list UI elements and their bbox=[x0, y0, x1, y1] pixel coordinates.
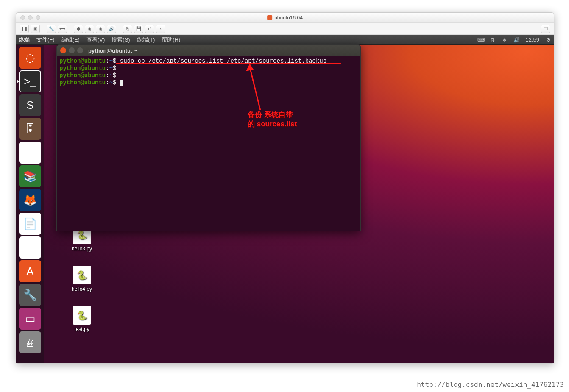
unity-topbar: 终端 文件(F) 编辑(E) 查看(V) 搜索(S) 终端(T) 帮助(H) ⌨… bbox=[16, 35, 554, 45]
sublime-icon[interactable]: S bbox=[19, 94, 41, 116]
host-vm-window: ubuntu16.04 ❚❚ ▣ 🔧 ⟷ ⬢ ◉ ◉ 🔊 ⎘ 💾 ⇄ ‹ ❐ 终… bbox=[16, 12, 554, 364]
terminal-window[interactable]: python@ubuntu: ~ python@ubuntu:~$ sudo c… bbox=[56, 44, 361, 231]
dash-icon[interactable]: ◌ bbox=[19, 47, 41, 69]
clock[interactable]: 12:59 bbox=[525, 36, 539, 43]
calc-icon[interactable]: ▦ bbox=[19, 236, 41, 259]
unity-launcher: ◌>_S🗄◉📚🦊📄▦A🔧▭🖨 bbox=[16, 45, 44, 363]
terminal-icon[interactable]: >_ bbox=[19, 70, 41, 92]
cd2-icon[interactable]: ◉ bbox=[96, 25, 105, 33]
system-tray: ⌨ ⇅ ∗ 🔊 12:59 ⚙ bbox=[478, 36, 551, 43]
network-icon[interactable]: ⇅ bbox=[490, 37, 496, 43]
host-min-icon[interactable] bbox=[28, 15, 33, 20]
menu-file[interactable]: 编辑(E) bbox=[61, 36, 80, 44]
terminal-line: python@ubuntu:~$ bbox=[59, 79, 358, 86]
chrome-icon[interactable]: ◉ bbox=[19, 142, 41, 164]
host-toolbar: ❚❚ ▣ 🔧 ⟷ ⬢ ◉ ◉ 🔊 ⎘ 💾 ⇄ ‹ ❐ bbox=[16, 23, 554, 35]
ubuntu-desktop[interactable]: 终端 文件(F) 编辑(E) 查看(V) 搜索(S) 终端(T) 帮助(H) ⌨… bbox=[16, 35, 554, 363]
close-icon[interactable] bbox=[60, 47, 66, 53]
desktop-file[interactable]: test.py bbox=[67, 306, 97, 332]
wrench-icon[interactable]: 🔧 bbox=[47, 25, 56, 33]
host-close-icon[interactable] bbox=[20, 15, 25, 20]
swap-icon[interactable]: ⇄ bbox=[145, 25, 154, 33]
python-file-icon bbox=[73, 306, 91, 325]
host-titlebar: ubuntu16.04 bbox=[16, 13, 554, 23]
menu-search[interactable]: 终端(T) bbox=[137, 36, 155, 44]
file-label: hello3.py bbox=[67, 246, 97, 252]
terminal-title: python@ubuntu: ~ bbox=[88, 47, 137, 54]
file-label: test.py bbox=[67, 326, 97, 332]
annotation-line2: 的 sources.list bbox=[248, 120, 297, 129]
keyboard-icon[interactable]: ⌨ bbox=[478, 37, 484, 43]
terminal-body[interactable]: python@ubuntu:~$ sudo cp /etc/apt/source… bbox=[57, 56, 360, 88]
menu-view[interactable]: 搜索(S) bbox=[112, 36, 130, 44]
terminal-line: python@ubuntu:~$ bbox=[59, 72, 358, 79]
pause-icon[interactable]: ❚❚ bbox=[20, 25, 29, 33]
maximize-icon[interactable] bbox=[77, 47, 83, 53]
terminal-titlebar[interactable]: python@ubuntu: ~ bbox=[57, 45, 360, 56]
chevron-icon[interactable]: ‹ bbox=[156, 25, 165, 33]
display-icon[interactable]: ▭ bbox=[19, 308, 41, 330]
save-icon[interactable]: 💾 bbox=[134, 25, 143, 33]
vm-screen: 终端 文件(F) 编辑(E) 查看(V) 搜索(S) 终端(T) 帮助(H) ⌨… bbox=[16, 35, 554, 363]
host-title-text: ubuntu16.04 bbox=[274, 15, 303, 21]
usb-icon[interactable]: ⎘ bbox=[123, 25, 132, 33]
python-file-icon bbox=[73, 266, 91, 284]
file-label: hello4.py bbox=[67, 286, 97, 292]
volume-icon[interactable]: 🔊 bbox=[513, 37, 519, 43]
menu-bar: 文件(F) 编辑(E) 查看(V) 搜索(S) 终端(T) 帮助(H) bbox=[36, 36, 187, 44]
firefox-icon[interactable]: 🦊 bbox=[19, 189, 41, 211]
printer-icon[interactable]: 🖨 bbox=[19, 331, 41, 353]
terminal-line: python@ubuntu:~$ bbox=[59, 65, 358, 72]
resize-icon[interactable]: ⟷ bbox=[58, 25, 67, 33]
host-max-icon[interactable] bbox=[36, 15, 40, 20]
sound-icon[interactable]: 🔊 bbox=[107, 25, 116, 33]
annotation-line1: 备份 系统自带 bbox=[248, 110, 297, 120]
settings-icon[interactable]: 🔧 bbox=[19, 284, 41, 306]
cd1-icon[interactable]: ◉ bbox=[85, 25, 94, 33]
vm-icon bbox=[267, 15, 272, 20]
hdd-icon[interactable]: ⬢ bbox=[74, 25, 83, 33]
gear-icon[interactable]: ⚙ bbox=[545, 37, 551, 43]
files-icon[interactable]: 🗄 bbox=[19, 118, 41, 140]
minimize-icon[interactable] bbox=[69, 47, 75, 53]
watermark: http://blog.csdn.net/weixin_41762173 bbox=[417, 381, 564, 389]
books-icon[interactable]: 📚 bbox=[19, 165, 41, 187]
menu-terminal[interactable]: 文件(F) bbox=[36, 36, 55, 44]
annotation-text: 备份 系统自带 的 sources.list bbox=[248, 110, 297, 129]
host-title: ubuntu16.04 bbox=[267, 15, 303, 21]
host-traffic-lights[interactable] bbox=[20, 15, 40, 20]
annotation-underline bbox=[116, 63, 341, 64]
writer-icon[interactable]: 📄 bbox=[19, 213, 41, 235]
bluetooth-icon[interactable]: ∗ bbox=[502, 37, 508, 43]
software-icon[interactable]: A bbox=[19, 260, 41, 282]
desktop-file[interactable]: hello4.py bbox=[67, 266, 97, 292]
cursor bbox=[120, 80, 123, 86]
fullscreen-icon[interactable]: ❐ bbox=[541, 25, 550, 33]
screenshot-icon[interactable]: ▣ bbox=[31, 25, 40, 33]
menu-edit[interactable]: 查看(V) bbox=[86, 36, 105, 44]
menu-term[interactable]: 帮助(H) bbox=[162, 36, 180, 44]
topbar-app-name: 终端 bbox=[19, 36, 30, 44]
